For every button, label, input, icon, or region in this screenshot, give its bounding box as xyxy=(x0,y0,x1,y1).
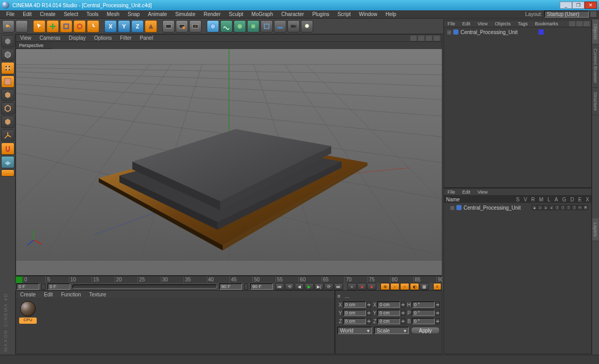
om-menu-edit[interactable]: Edit xyxy=(459,21,474,26)
add-environment-button[interactable] xyxy=(274,20,286,33)
object-name[interactable]: Central_Processing_Unit xyxy=(460,29,518,35)
polygon-mode-button[interactable] xyxy=(1,116,14,128)
om-menu-view[interactable]: View xyxy=(474,21,491,26)
prev-frame-button[interactable]: ◀ xyxy=(295,283,304,290)
next-key-button[interactable]: ⟳ xyxy=(324,283,333,290)
expand-icon[interactable]: ⊞ xyxy=(450,205,454,211)
timeline-options-button[interactable]: ≡ xyxy=(433,283,441,290)
om-filter-icon[interactable] xyxy=(576,21,582,26)
coord-pos-input[interactable] xyxy=(343,318,366,324)
spinner-icon[interactable]: ◂▸ xyxy=(436,302,440,308)
attr-flag-s-icon[interactable]: ● xyxy=(532,205,537,210)
attr-flag-x-icon[interactable]: ✕ xyxy=(583,205,588,210)
menu-snap[interactable]: Snap xyxy=(124,11,144,17)
menu-help[interactable]: Help xyxy=(381,11,401,17)
axis-mode-button[interactable] xyxy=(1,129,14,141)
om-menu-bookmarks[interactable]: Bookmarks xyxy=(531,21,562,26)
menu-script[interactable]: Script xyxy=(333,11,355,17)
layout-selector[interactable]: Startup (User) xyxy=(544,11,589,18)
om-view-icon[interactable] xyxy=(583,21,590,26)
attr-flag-v-icon[interactable]: ▫ xyxy=(537,205,543,210)
menu-edit[interactable]: Edit xyxy=(19,11,36,17)
vp-menu-cameras[interactable]: Cameras xyxy=(36,35,65,41)
om-menu-objects[interactable]: Objects xyxy=(491,21,514,26)
add-nurbs-button[interactable] xyxy=(234,20,246,33)
right-tab-structure[interactable]: Structure xyxy=(592,88,598,116)
spinner-icon[interactable]: ◂▸ xyxy=(367,318,371,324)
spinner-icon[interactable] xyxy=(41,283,45,290)
current-start-field[interactable]: 0 F xyxy=(48,283,70,290)
param-key-toggle[interactable]: ◐ xyxy=(410,283,419,290)
coord-space-select[interactable]: World▾ xyxy=(337,327,372,334)
vp-menu-options[interactable]: Options xyxy=(90,35,116,41)
minimize-button[interactable]: _ xyxy=(560,2,572,9)
coord-rot-input[interactable] xyxy=(412,318,435,324)
texture-mode-button[interactable] xyxy=(1,75,14,88)
attr-flag-d-icon[interactable]: ⋮ xyxy=(572,205,577,210)
coord-size-input[interactable] xyxy=(377,302,400,308)
add-camera-button[interactable] xyxy=(287,20,300,33)
layout-revert-button[interactable] xyxy=(590,11,597,18)
pla-key-toggle[interactable]: ▦ xyxy=(420,283,429,290)
menu-sculpt[interactable]: Sculpt xyxy=(225,11,248,17)
am-menu-edit[interactable]: Edit xyxy=(459,189,474,195)
object-layer-swatch[interactable] xyxy=(539,29,544,35)
move-tool[interactable] xyxy=(47,20,59,33)
attribute-tree-item[interactable]: ⊞ Central_Processing_Unit ● ▫ • ▪ ⋮ ⋮ ⋮ … xyxy=(445,204,590,211)
close-button[interactable]: ✕ xyxy=(585,2,597,9)
coord-menu-icon[interactable]: ≡ xyxy=(337,293,341,299)
menu-animate[interactable]: Animate xyxy=(144,11,171,17)
coord-size-input[interactable] xyxy=(377,310,400,316)
am-menu-view[interactable]: View xyxy=(474,189,491,195)
rotate-tool[interactable] xyxy=(73,20,86,33)
range-start-field[interactable]: 0 F xyxy=(17,283,39,290)
point-mode-button[interactable] xyxy=(1,89,14,101)
menu-select[interactable]: Select xyxy=(59,11,82,17)
x-axis-lock[interactable]: X xyxy=(104,20,117,33)
menu-mesh[interactable]: Mesh xyxy=(103,11,124,17)
y-axis-lock[interactable]: Y xyxy=(118,20,130,33)
z-axis-lock[interactable]: Z xyxy=(131,20,144,33)
attr-flag-e-icon[interactable]: ∼ xyxy=(577,205,582,210)
maximize-button[interactable]: ❐ xyxy=(572,2,585,9)
spinner-icon[interactable] xyxy=(244,283,248,290)
vp-menu-display[interactable]: Display xyxy=(65,35,90,41)
vp-nav-zoom-icon[interactable] xyxy=(418,36,424,41)
menu-render[interactable]: Render xyxy=(199,11,225,17)
viewport-canvas[interactable] xyxy=(16,49,442,275)
spinner-icon[interactable]: ◂▸ xyxy=(367,310,371,316)
autokey-button[interactable]: ◉ xyxy=(357,283,366,290)
render-settings-button[interactable] xyxy=(189,20,202,33)
spinner-icon[interactable]: ◂▸ xyxy=(401,310,405,316)
record-button[interactable]: ● xyxy=(347,283,357,290)
menu-character[interactable]: Character xyxy=(277,11,308,17)
material-item[interactable]: CPU xyxy=(19,301,37,324)
menu-create[interactable]: Create xyxy=(36,11,59,17)
scale-key-toggle[interactable]: ▫ xyxy=(390,283,400,290)
vp-menu-filter[interactable]: Filter xyxy=(116,35,135,41)
add-generator-button[interactable] xyxy=(247,20,259,33)
expand-icon[interactable]: ⊞ xyxy=(447,29,451,35)
current-end-field[interactable]: 90 F xyxy=(219,283,242,290)
vp-menu-view[interactable]: View xyxy=(16,35,36,41)
spinner-icon[interactable]: ◂▸ xyxy=(401,302,405,308)
goto-start-button[interactable]: ⏮ xyxy=(275,283,284,290)
mat-menu-function[interactable]: Function xyxy=(57,292,85,297)
scale-tool[interactable] xyxy=(60,20,72,33)
next-frame-button[interactable]: ▶| xyxy=(314,283,324,290)
spinner-icon[interactable]: ◂▸ xyxy=(367,302,371,308)
last-tool[interactable] xyxy=(87,20,99,33)
timeline-ruler[interactable]: 051015202530354045505560657075808590 xyxy=(16,276,442,283)
attr-flag-l-icon[interactable]: ⋮ xyxy=(555,205,560,210)
locked-workplane-button[interactable] xyxy=(1,169,14,177)
menu-plugins[interactable]: Plugins xyxy=(308,11,333,17)
add-light-button[interactable] xyxy=(301,20,313,33)
render-view-button[interactable] xyxy=(162,20,175,33)
coord-size-input[interactable] xyxy=(377,318,400,324)
spinner-icon[interactable]: ◂▸ xyxy=(436,310,440,316)
viewport-tab[interactable]: Perspective xyxy=(16,42,52,49)
attr-flag-g-icon[interactable]: ⋮ xyxy=(566,205,571,210)
vp-menu-panel[interactable]: Panel xyxy=(136,35,158,41)
make-editable-button[interactable] xyxy=(1,35,14,48)
model-mode-button[interactable] xyxy=(1,49,14,61)
